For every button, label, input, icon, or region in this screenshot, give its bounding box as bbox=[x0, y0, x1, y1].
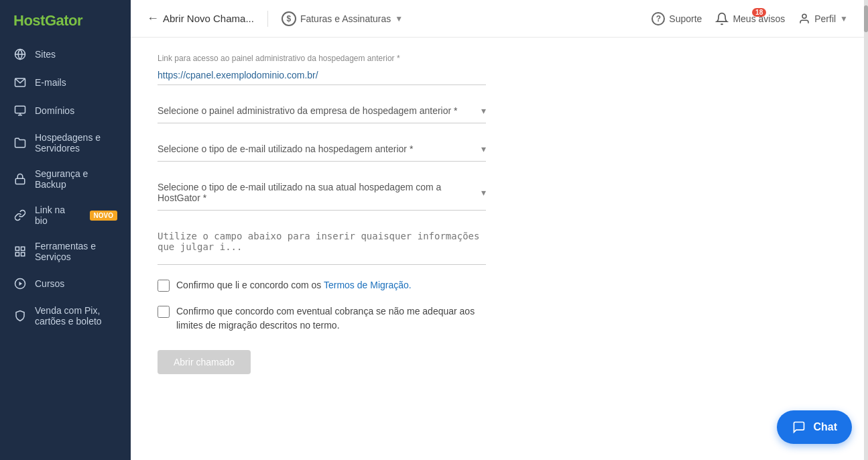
textarea-wrapper bbox=[158, 224, 486, 265]
checkbox2-label: Confirmo que concordo com eventual cobra… bbox=[176, 304, 486, 333]
sidebar-item-label: Domínios bbox=[35, 105, 74, 116]
sidebar-item-ferramentas[interactable]: Ferramentas e Serviços bbox=[0, 233, 131, 270]
checkbox2-wrapper: Confirmo que concordo com eventual cobra… bbox=[158, 304, 486, 333]
sidebar-item-seguranca[interactable]: Segurança e Backup bbox=[0, 161, 131, 197]
sidebar-item-label: Segurança e Backup bbox=[35, 168, 117, 190]
link-field: Link para acesso ao painel administrativ… bbox=[158, 54, 837, 85]
scrollbar bbox=[864, 0, 868, 460]
sidebar-item-label: Hospedagens e Servidores bbox=[35, 132, 117, 154]
faturas-label: Faturas e Assinaturas bbox=[300, 13, 391, 24]
sidebar-item-hospedagens[interactable]: Hospedagens e Servidores bbox=[0, 125, 131, 161]
textarea-field bbox=[158, 224, 837, 265]
mail-icon bbox=[13, 76, 27, 89]
sidebar: HostGator Sites E-mails Domínios Hospeda… bbox=[0, 0, 131, 460]
svg-rect-10 bbox=[21, 253, 25, 256]
sidebar-item-sites[interactable]: Sites bbox=[0, 40, 131, 68]
topbar-right: ? Suporte 18 Meus avisos Perfil ▼ bbox=[652, 12, 848, 25]
sidebar-item-label: Venda com Pix, cartões e boleto bbox=[35, 305, 117, 327]
help-icon: ? bbox=[652, 12, 665, 25]
sidebar-item-label: Cursos bbox=[35, 278, 64, 289]
svg-marker-12 bbox=[19, 282, 23, 286]
form-area: Link para acesso ao painel administrativ… bbox=[131, 38, 864, 460]
select3-label: Selecione o tipo de e-mail utilizado na … bbox=[158, 182, 481, 203]
lock-icon bbox=[13, 172, 27, 186]
profile-button[interactable]: Perfil ▼ bbox=[798, 13, 848, 25]
sidebar-item-emails[interactable]: E-mails bbox=[0, 68, 131, 97]
svg-rect-7 bbox=[15, 247, 19, 250]
link-input[interactable] bbox=[158, 66, 486, 85]
profile-label: Perfil bbox=[814, 13, 836, 24]
play-icon bbox=[13, 277, 27, 290]
topbar: ← Abrir Novo Chama... $ Faturas e Assina… bbox=[131, 0, 864, 38]
sidebar-item-venda[interactable]: Venda com Pix, cartões e boleto bbox=[0, 298, 131, 334]
select2-dropdown[interactable]: Selecione o tipo de e-mail utilizado na … bbox=[158, 137, 486, 162]
shield-icon bbox=[13, 309, 27, 323]
main-content: ← Abrir Novo Chama... $ Faturas e Assina… bbox=[131, 0, 864, 460]
support-label: Suporte bbox=[669, 13, 702, 24]
select1-field: Selecione o painel administrativo da emp… bbox=[158, 99, 837, 123]
notifications-badge: 18 bbox=[752, 8, 766, 17]
back-button[interactable]: ← Abrir Novo Chama... bbox=[147, 11, 254, 25]
svg-rect-9 bbox=[15, 253, 19, 256]
link-label: Link para acesso ao painel administrativ… bbox=[158, 54, 837, 63]
chevron-down-icon: ▾ bbox=[481, 187, 486, 198]
scrollbar-thumb bbox=[864, 5, 868, 32]
sidebar-item-label: Ferramentas e Serviços bbox=[35, 241, 117, 262]
notes-textarea[interactable] bbox=[158, 231, 486, 255]
submit-button[interactable]: Abrir chamado bbox=[158, 350, 251, 374]
link-icon bbox=[13, 209, 27, 222]
sidebar-item-label: Link na bio bbox=[35, 205, 79, 226]
terms-checkbox[interactable] bbox=[158, 280, 170, 292]
chat-button[interactable]: Chat bbox=[777, 410, 852, 444]
user-icon bbox=[798, 13, 810, 25]
bell-icon bbox=[715, 12, 729, 25]
svg-rect-6 bbox=[15, 178, 25, 184]
folder-icon bbox=[13, 136, 27, 150]
new-badge: NOVO bbox=[90, 211, 117, 221]
chat-label: Chat bbox=[813, 421, 837, 433]
svg-rect-8 bbox=[21, 247, 25, 250]
grid-icon bbox=[13, 245, 27, 258]
sidebar-item-label: Sites bbox=[35, 49, 56, 60]
support-button[interactable]: ? Suporte bbox=[652, 12, 702, 25]
select3-dropdown[interactable]: Selecione o tipo de e-mail utilizado na … bbox=[158, 175, 486, 211]
back-arrow-icon: ← bbox=[147, 11, 159, 25]
faturas-section[interactable]: $ Faturas e Assinaturas ▼ bbox=[282, 11, 403, 26]
chevron-down-icon: ▾ bbox=[481, 105, 486, 116]
checkbox1-label: Confirmo que li e concordo com os Termos… bbox=[176, 278, 412, 292]
sidebar-item-link-bio[interactable]: Link na bio NOVO bbox=[0, 197, 131, 233]
svg-point-13 bbox=[802, 14, 806, 18]
select1-dropdown[interactable]: Selecione o painel administrativo da emp… bbox=[158, 99, 486, 123]
charge-checkbox[interactable] bbox=[158, 306, 170, 318]
select1-label: Selecione o painel administrativo da emp… bbox=[158, 105, 458, 116]
chevron-down-icon: ▾ bbox=[481, 143, 486, 154]
select3-field: Selecione o tipo de e-mail utilizado na … bbox=[158, 175, 837, 211]
sidebar-item-label: E-mails bbox=[35, 77, 66, 88]
monitor-icon bbox=[13, 104, 27, 117]
logo: HostGator bbox=[0, 0, 131, 40]
back-label: Abrir Novo Chama... bbox=[163, 13, 254, 24]
dollar-icon: $ bbox=[282, 11, 296, 26]
topbar-divider bbox=[267, 11, 268, 27]
select2-label: Selecione o tipo de e-mail utilizado na … bbox=[158, 143, 413, 154]
select2-field: Selecione o tipo de e-mail utilizado na … bbox=[158, 137, 837, 162]
chevron-down-icon: ▼ bbox=[395, 14, 403, 23]
globe-icon bbox=[13, 48, 27, 61]
sidebar-item-cursos[interactable]: Cursos bbox=[0, 270, 131, 298]
svg-rect-3 bbox=[15, 106, 25, 113]
notifications-button[interactable]: 18 Meus avisos bbox=[715, 12, 785, 25]
sidebar-item-dominios[interactable]: Domínios bbox=[0, 97, 131, 125]
checkbox1-wrapper: Confirmo que li e concordo com os Termos… bbox=[158, 278, 486, 292]
profile-chevron-icon: ▼ bbox=[840, 14, 848, 23]
chat-icon bbox=[792, 420, 806, 435]
